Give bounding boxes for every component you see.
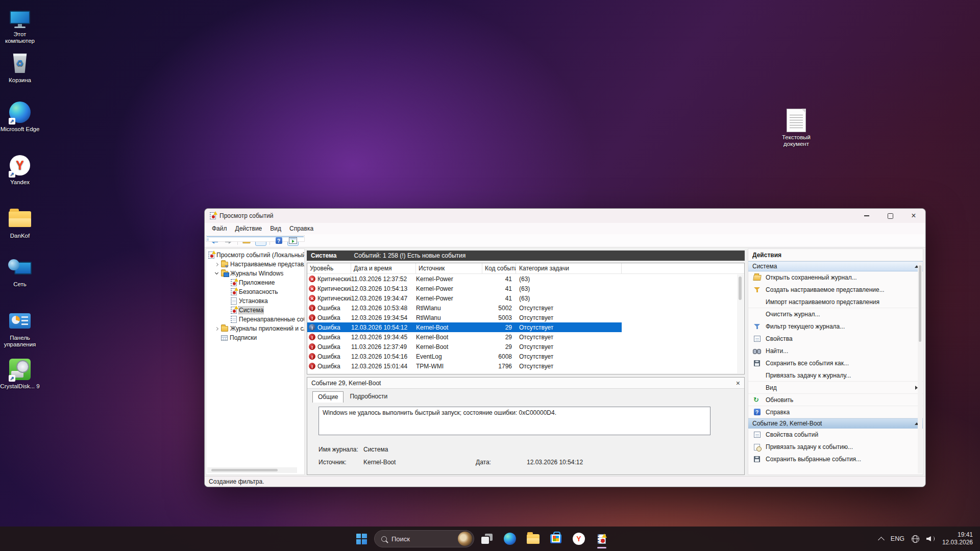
desktop-icon-network[interactable]: Сеть	[0, 255, 40, 288]
action-create-custom-view[interactable]: Создать настраиваемое представление...	[748, 284, 923, 296]
tab-general[interactable]: Общие	[312, 391, 344, 403]
speaker-icon[interactable]	[926, 535, 935, 542]
action-clear-log[interactable]: Очистить журнал...	[748, 308, 923, 320]
task-view-button[interactable]	[477, 529, 497, 549]
event-viewer-icon	[598, 534, 606, 544]
tree-item-system[interactable]: Система	[206, 306, 304, 315]
desktop-icon-label: CrystalDisk... 9	[0, 383, 40, 390]
refresh-icon	[753, 396, 761, 404]
event-viewer-window: Просмотр событий Файл Действие Вид Справ…	[204, 208, 926, 487]
action-attach-task-to-event[interactable]: Привязать задачу к событию...	[748, 441, 923, 453]
start-button[interactable]	[351, 529, 372, 549]
event-message[interactable]: Windows не удалось выполнить быстрый зап…	[318, 407, 710, 435]
table-row[interactable]: Критический 11.03.2026 12:37:52 Kernel-P…	[307, 274, 622, 284]
action-refresh[interactable]: Обновить	[748, 394, 923, 406]
action-help[interactable]: Справка	[748, 406, 923, 418]
close-button[interactable]	[902, 209, 925, 223]
window-content: Просмотр событий (Локальный) Настраиваем…	[205, 247, 925, 476]
tree-horizontal-scrollbar[interactable]	[207, 467, 297, 473]
column-header-event-id[interactable]: Код события	[482, 263, 516, 273]
tree-item-setup[interactable]: Установка	[206, 296, 304, 306]
column-header-level[interactable]: Уровень	[307, 263, 351, 273]
table-row-selected[interactable]: Ошибка 12.03.2026 10:54:12 Kernel-Boot 2…	[307, 322, 622, 332]
desktop-icon-label: Сеть	[0, 281, 40, 288]
action-view[interactable]: Вид	[748, 382, 923, 394]
desktop-icon-edge[interactable]: Microsoft Edge	[0, 100, 40, 133]
help-icon	[754, 409, 761, 415]
desktop-icon-this-pc[interactable]: Этот компьютер	[0, 5, 40, 44]
menu-help[interactable]: Справка	[285, 223, 317, 234]
table-row[interactable]: Критический 12.03.2026 19:34:47 Kernel-P…	[307, 293, 622, 303]
action-attach-task-to-log[interactable]: Привязать задачу к журналу...	[748, 369, 923, 382]
yandex-icon	[573, 533, 585, 545]
actions-vertical-scrollbar[interactable]	[918, 262, 922, 473]
event-fields: Имя журнала: Система Источник: Kernel-Bo…	[318, 443, 734, 468]
desktop-icon-label: Корзина	[0, 77, 40, 84]
log-icon	[231, 297, 237, 305]
table-row[interactable]: Ошибка 12.03.2026 10:53:48 RtlWlanu 5002…	[307, 303, 622, 313]
action-properties[interactable]: Свойства	[748, 333, 923, 345]
taskbar-event-viewer[interactable]	[592, 529, 612, 549]
network-globe-icon[interactable]	[912, 535, 919, 543]
toolbar	[205, 234, 925, 247]
taskbar-edge[interactable]	[500, 529, 520, 549]
table-row[interactable]: Ошибка 12.03.2026 19:34:45 Kernel-Boot 2…	[307, 332, 622, 342]
search-highlight-image[interactable]	[458, 532, 472, 546]
language-indicator[interactable]: ENG	[891, 535, 904, 542]
close-icon[interactable]: ×	[736, 380, 740, 387]
desktop-icon-recycle-bin[interactable]: Корзина	[0, 51, 40, 84]
desktop-icon-control-panel[interactable]: Панель управления	[0, 309, 40, 348]
chevron-right-icon[interactable]	[215, 262, 218, 266]
column-header-source[interactable]: Источник	[416, 263, 482, 273]
tab-details[interactable]: Подробности	[345, 391, 393, 402]
date-label: Дата:	[476, 459, 527, 466]
table-row[interactable]: Ошибка 11.03.2026 12:37:49 Kernel-Boot 2…	[307, 342, 622, 352]
table-row[interactable]: Ошибка 12.03.2026 19:34:54 RtlWlanu 5003…	[307, 313, 622, 322]
table-row[interactable]: Ошибка 12.03.2026 15:01:44 TPM-WMI 1796 …	[307, 361, 622, 371]
tree-item-root[interactable]: Просмотр событий (Локальный)	[206, 251, 304, 260]
actions-section-system[interactable]: Система	[748, 261, 923, 271]
desktop-icon-crystaldisk[interactable]: CrystalDisk... 9	[0, 357, 40, 390]
action-save-all-events[interactable]: Сохранить все события как...	[748, 357, 923, 369]
actions-section-event[interactable]: Событие 29, Kernel-Boot	[748, 418, 923, 429]
desktop-icon-text-document[interactable]: Текстовый документ	[774, 108, 819, 147]
action-event-properties[interactable]: Свойства событий	[748, 429, 923, 441]
tree-item-windows-logs[interactable]: Журналы Windows	[206, 269, 304, 278]
taskbar-explorer[interactable]	[523, 529, 543, 549]
show-console-tree-button[interactable]	[255, 236, 266, 246]
column-header-datetime[interactable]: Дата и время	[351, 263, 416, 273]
log-name: Система	[311, 252, 337, 259]
table-row[interactable]: Ошибка 12.03.2026 10:54:16 EventLog 6008…	[307, 352, 622, 361]
action-open-saved-log[interactable]: Открыть сохраненный журнал...	[748, 271, 923, 284]
table-vertical-scrollbar[interactable]	[737, 274, 744, 373]
tree-item-application[interactable]: Приложение	[206, 278, 304, 287]
chevron-down-icon[interactable]	[215, 271, 218, 274]
desktop-icon-yandex[interactable]: Yandex	[0, 153, 40, 186]
hidden-icons-chevron[interactable]	[878, 537, 885, 543]
tree-item-subscriptions[interactable]: Подписки	[206, 333, 304, 342]
tray-clock[interactable]: 19:41 12.03.2026	[942, 531, 973, 546]
tree-item-forwarded-events[interactable]: Перенаправленные события	[206, 315, 304, 324]
column-header-task-category[interactable]: Категория задачи	[516, 263, 622, 273]
show-action-pane-button[interactable]	[287, 236, 299, 246]
menu-action[interactable]: Действие	[231, 223, 266, 234]
tree-item-custom-views[interactable]: Настраиваемые представления	[206, 260, 304, 269]
table-header: Уровень Дата и время Источник Код событи…	[307, 263, 744, 274]
action-save-selected-events[interactable]: Сохранить выбранные события...	[748, 453, 923, 465]
table-row[interactable]: Критический 12.03.2026 10:54:13 Kernel-P…	[307, 284, 622, 293]
action-find[interactable]: Найти...	[748, 345, 923, 357]
taskbar-yandex[interactable]	[569, 529, 589, 549]
minimize-button[interactable]	[855, 209, 878, 223]
action-import-custom-view[interactable]: Импорт настраиваемого представления	[748, 296, 923, 308]
tree-item-app-service-logs[interactable]: Журналы приложений и служб	[206, 324, 304, 333]
menu-file[interactable]: Файл	[208, 223, 231, 234]
action-filter-current-log[interactable]: Фильтр текущего журнала...	[748, 320, 923, 333]
desktop-icon-dankof[interactable]: DanKof	[0, 207, 40, 239]
window-titlebar[interactable]: Просмотр событий	[205, 209, 925, 223]
maximize-button[interactable]	[878, 209, 902, 223]
taskbar-search[interactable]: Поиск	[374, 530, 474, 547]
taskbar-store[interactable]	[546, 529, 566, 549]
chevron-right-icon[interactable]	[215, 327, 218, 330]
menu-view[interactable]: Вид	[266, 223, 285, 234]
tree-item-security[interactable]: Безопасность	[206, 287, 304, 296]
